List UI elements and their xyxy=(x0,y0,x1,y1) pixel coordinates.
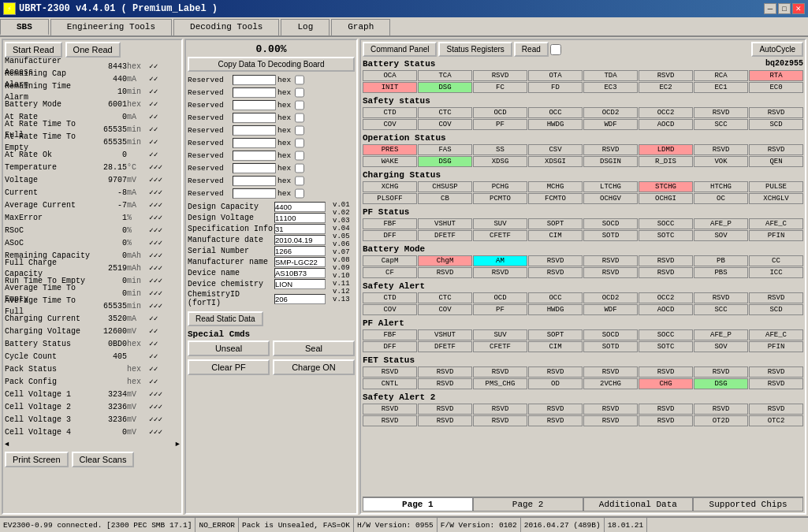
build-time: 18.01.21 xyxy=(605,518,648,532)
reserved-check-7[interactable] xyxy=(295,151,304,161)
fw-version: F/W Version: 0102 xyxy=(438,518,521,532)
percent-display: 0.00% xyxy=(188,43,355,55)
reserved-input-7[interactable] xyxy=(233,151,276,161)
close-button[interactable]: ✕ xyxy=(792,3,805,14)
clear-pf-button[interactable]: Clear PF xyxy=(188,359,270,375)
chemistry-id-input[interactable] xyxy=(274,294,326,304)
middle-panel: 0.00% Copy Data To Decoding Board Reserv… xyxy=(184,39,358,515)
special-cmds-label: Special Cmds xyxy=(188,329,355,339)
reserved-check-2[interactable] xyxy=(295,87,304,98)
reserved-check-10[interactable] xyxy=(295,188,304,199)
serial-number-input[interactable] xyxy=(274,246,326,256)
safety-alert-title: Safety Alert xyxy=(363,281,425,291)
pack-status: Pack is Unsealed, FAS=OK xyxy=(239,518,354,532)
copy-data-button[interactable]: Copy Data To Decoding Board xyxy=(188,57,355,72)
error-status: NO_ERROR xyxy=(195,518,239,532)
battery-mode-title: Battery Mode xyxy=(363,244,425,254)
hw-version: H/W Version: 0955 xyxy=(354,518,438,532)
device-chemistry-input[interactable] xyxy=(274,279,326,289)
design-voltage-input[interactable] xyxy=(274,213,326,223)
device-name-input[interactable] xyxy=(274,268,326,278)
page-tab-chips[interactable]: Supported Chips xyxy=(693,497,803,512)
reserved-input-8[interactable] xyxy=(233,163,276,173)
page-tab-2[interactable]: Page 2 xyxy=(473,497,583,512)
command-panel-button[interactable]: Command Panel xyxy=(363,42,437,57)
build-date: 2016.04.27 (489B) xyxy=(521,518,605,532)
status-registers-button[interactable]: Status Registers xyxy=(438,42,512,57)
tab-engineering[interactable]: Engineering Tools xyxy=(50,19,172,35)
safety-alert2-title: Safety Alert 2 xyxy=(363,392,435,402)
operation-status-title: Operation Status xyxy=(363,133,446,143)
mfg-name-input[interactable] xyxy=(274,257,326,267)
spec-info-input[interactable] xyxy=(274,224,326,234)
tab-sbs[interactable]: SBS xyxy=(0,19,49,35)
tab-log[interactable]: Log xyxy=(281,19,330,35)
fet-status-title: FET Status xyxy=(363,355,415,365)
read-checkbox[interactable] xyxy=(550,44,561,55)
reserved-input-5[interactable] xyxy=(233,125,276,136)
print-screen-button[interactable]: Print Screen xyxy=(5,452,69,467)
reserved-input-9[interactable] xyxy=(233,176,276,186)
read-button[interactable]: Read xyxy=(514,42,549,57)
maximize-button[interactable]: □ xyxy=(778,3,791,14)
reserved-input-10[interactable] xyxy=(233,188,276,199)
read-static-button[interactable]: Read Static Data xyxy=(188,311,263,326)
pf-status-title: PF Status xyxy=(363,207,409,217)
pf-alert-title: PF Alert xyxy=(363,318,404,328)
clear-scans-button[interactable]: Clear Scans xyxy=(72,452,135,467)
reserved-input-4[interactable] xyxy=(233,113,276,123)
reserved-input-3[interactable] xyxy=(233,100,276,110)
seal-button[interactable]: Seal xyxy=(273,340,355,356)
chip-id: bq20z955 xyxy=(765,59,803,69)
design-capacity-input[interactable] xyxy=(274,202,326,212)
reserved-check-9[interactable] xyxy=(295,176,304,186)
reserved-check-4[interactable] xyxy=(295,113,304,123)
reserved-check-5[interactable] xyxy=(295,125,304,136)
tab-graph[interactable]: Graph xyxy=(331,19,390,35)
status-bar: EV2300-0.99 connected. [2300 PEC SMB 17.… xyxy=(0,516,808,532)
sbs-panel: Start Read One Read Manufacturer Access8… xyxy=(2,39,183,515)
page-tab-1[interactable]: Page 1 xyxy=(363,497,473,512)
autocycle-button[interactable]: AutoCycle xyxy=(751,42,803,57)
right-panel: Command Panel Status Registers Read Auto… xyxy=(359,39,806,515)
charge-on-button[interactable]: Charge ON xyxy=(273,359,355,375)
reserved-input-1[interactable] xyxy=(233,75,276,85)
charging-status-title: Charging Status xyxy=(363,170,441,180)
mfg-date-input[interactable] xyxy=(274,235,326,245)
safety-status-title: Safety status xyxy=(363,96,430,106)
tab-decoding[interactable]: Decoding Tools xyxy=(173,19,279,35)
unseal-button[interactable]: Unseal xyxy=(188,340,270,356)
battery-status-title: Battery Status xyxy=(363,59,435,69)
app-title: UBRT-2300 v4.4.01 ( Premium_Label ) xyxy=(19,3,218,14)
app-icon: ⚡ xyxy=(3,2,16,15)
connection-status: EV2300-0.99 connected. [2300 PEC SMB 17.… xyxy=(0,518,195,532)
title-bar: ⚡ UBRT-2300 v4.4.01 ( Premium_Label ) ─ … xyxy=(0,0,808,17)
reserved-input-2[interactable] xyxy=(233,87,276,98)
reserved-check-3[interactable] xyxy=(295,100,304,110)
reserved-input-6[interactable] xyxy=(233,138,276,148)
reserved-check-8[interactable] xyxy=(295,163,304,173)
page-tab-additional[interactable]: Additional Data xyxy=(583,497,694,512)
reserved-check-1[interactable] xyxy=(295,75,304,85)
minimize-button[interactable]: ─ xyxy=(764,3,776,14)
reserved-check-6[interactable] xyxy=(295,138,304,148)
